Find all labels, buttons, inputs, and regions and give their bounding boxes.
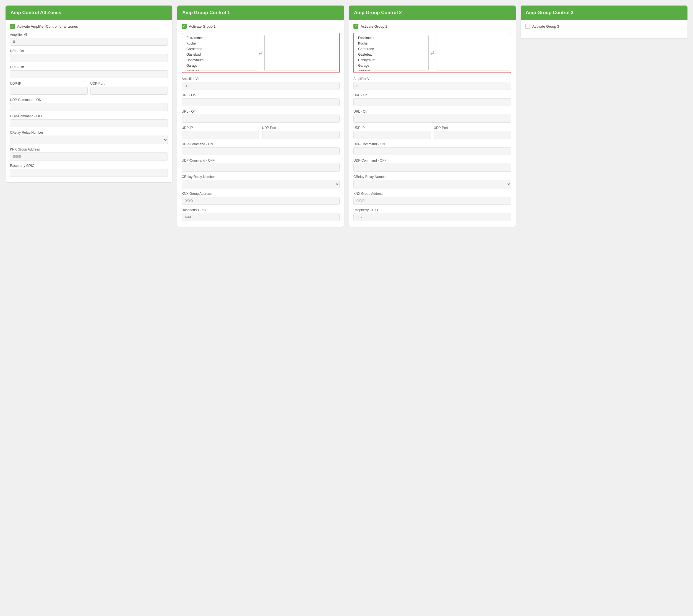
activate-checkbox-group1[interactable]: ✓ <box>182 24 187 29</box>
select-crelay-g2[interactable] <box>353 180 511 189</box>
label-udp-cmd-on-g2: UDP-Command - ON <box>353 142 511 146</box>
input-url-on-g2[interactable] <box>353 98 511 106</box>
label-udp-cmd-on-g1: UDP-Command - ON <box>182 142 340 146</box>
label-udp-port-g1: UDP-Port <box>262 126 340 130</box>
input-gpio-allzones[interactable] <box>10 169 168 177</box>
zone-list-item[interactable]: Garage <box>356 63 428 69</box>
input-url-on-g1[interactable] <box>182 98 340 106</box>
transfer-icon-group2[interactable]: ⇄ <box>430 50 434 56</box>
input-url-off-allzones[interactable] <box>10 70 168 78</box>
input-udp-port-allzones[interactable] <box>91 86 168 95</box>
zone-list-item[interactable]: Gästebad <box>356 52 428 57</box>
activate-row-all-zones: ✓Activate Amplifier-Control for all zone… <box>10 24 168 29</box>
zone-list-left-group2[interactable]: EsszimmerKücheGarderobeGästebadHobbyraum… <box>356 35 429 71</box>
activate-row-group3: Activate Group 3 <box>525 24 683 29</box>
label-udp-ip-g1: UDP-IP <box>182 126 259 130</box>
input-udp-cmd-on-allzones[interactable] <box>10 103 168 111</box>
input-knx-g1[interactable] <box>182 197 340 205</box>
input-url-off-g2[interactable] <box>353 115 511 122</box>
label-url-on-g2: URL - On <box>353 93 511 97</box>
label-gpio-g2: Raspberry GPIO <box>353 208 511 212</box>
label-url-off-allzones: URL - Off <box>10 65 168 69</box>
activate-checkbox-all-zones[interactable]: ✓ <box>10 24 15 29</box>
input-udp-cmd-on-g2[interactable] <box>353 147 511 155</box>
label-url-on-g1: URL - On <box>182 93 340 97</box>
input-udp-cmd-off-g1[interactable] <box>182 163 340 172</box>
select-crelay-allzones[interactable] <box>10 136 168 144</box>
panel-all-zones: Amp Control All Zones✓Activate Amplifier… <box>5 5 172 182</box>
zone-list-item[interactable]: Garderobe <box>356 46 428 52</box>
input-knx-allzones[interactable] <box>10 153 168 160</box>
row-pair-udp-ip-allzones: UDP-IPUDP-Port <box>10 78 168 95</box>
panel-header-group3: Amp Group Control 3 <box>521 5 688 20</box>
label-udp-port-allzones: UDP-Port <box>91 82 168 85</box>
label-amp-vi-g2: Amplifier VI <box>353 77 511 81</box>
activate-row-group1: ✓Activate Group 1 <box>182 24 340 29</box>
label-crelay-g2: CRelay Relay-Number <box>353 175 511 179</box>
select-crelay-g1[interactable] <box>182 180 340 189</box>
input-udp-ip-g1[interactable] <box>182 131 259 139</box>
activate-label-group3: Activate Group 3 <box>532 24 559 28</box>
input-udp-cmd-on-g1[interactable] <box>182 147 340 155</box>
zone-list-item[interactable]: Garderobe <box>184 46 257 52</box>
activate-row-group2: ✓Activate Group 2 <box>353 24 511 29</box>
zone-list-item[interactable]: Esszimmer <box>356 35 428 41</box>
label-knx-g1: KNX Group Address <box>182 192 340 196</box>
input-knx-g2[interactable] <box>353 197 511 205</box>
label-url-on-allzones: URL - On <box>10 49 168 53</box>
input-url-on-allzones[interactable] <box>10 54 168 62</box>
label-url-off-g1: URL - Off <box>182 110 340 113</box>
zone-selector-group2: EsszimmerKücheGarderobeGästebadHobbyraum… <box>353 33 511 73</box>
input-gpio-g2[interactable] <box>353 213 511 221</box>
label-amp-vi-allzones: Amplifier VI <box>10 33 168 37</box>
input-udp-cmd-off-allzones[interactable] <box>10 119 168 127</box>
input-url-off-g1[interactable] <box>182 115 340 122</box>
label-crelay-allzones: CRelay Relay-Number <box>10 131 168 134</box>
activate-label-group2: Activate Group 2 <box>361 24 388 28</box>
input-udp-ip-allzones[interactable] <box>10 86 88 95</box>
row-pair-udp-ip-g1: UDP-IPUDP-Port <box>182 122 340 139</box>
label-knx-allzones: KNX Group Address <box>10 148 168 151</box>
label-udp-port-g2: UDP-Port <box>434 126 512 130</box>
panel-group2: Amp Group Control 2✓Activate Group 2Essz… <box>349 5 516 227</box>
zone-list-right-group1[interactable] <box>264 35 337 71</box>
label-crelay-g1: CRelay Relay-Number <box>182 175 340 179</box>
panel-body-all-zones: ✓Activate Amplifier-Control for all zone… <box>5 20 172 182</box>
input-amp-vi-g1[interactable] <box>182 82 340 90</box>
input-udp-port-g1[interactable] <box>262 131 340 139</box>
panel-group1: Amp Group Control 1✓Activate Group 1Essz… <box>177 5 344 227</box>
zone-list-item[interactable]: Küche <box>356 41 428 46</box>
label-udp-cmd-on-allzones: UDP-Command - ON <box>10 98 168 102</box>
input-udp-ip-g2[interactable] <box>353 131 431 139</box>
activate-checkbox-group3[interactable] <box>525 24 530 29</box>
zone-list-item[interactable]: Küche <box>184 41 257 46</box>
zone-list-item[interactable]: Hobbyraum <box>356 57 428 63</box>
zone-list-item[interactable]: Hobbyraum <box>184 57 257 63</box>
panel-body-group3: Activate Group 3 <box>521 20 688 38</box>
input-amp-vi-g2[interactable] <box>353 82 511 90</box>
input-udp-port-g2[interactable] <box>434 131 512 139</box>
activate-label-group1: Activate Group 1 <box>189 24 216 28</box>
panel-group3: Amp Group Control 3Activate Group 3 <box>521 5 688 38</box>
label-udp-cmd-off-g1: UDP-Command - OFF <box>182 158 340 162</box>
zone-list-left-group1[interactable]: EsszimmerKücheGarderobeGästebadHobbyraum… <box>184 35 257 71</box>
zone-list-item[interactable]: Gästebad <box>184 52 257 57</box>
zone-list-item[interactable]: Ankleide <box>356 69 428 71</box>
input-udp-cmd-off-g2[interactable] <box>353 163 511 172</box>
label-udp-cmd-off-allzones: UDP-Command - OFF <box>10 114 168 118</box>
zone-list-right-group2[interactable] <box>436 35 509 71</box>
panel-body-group1: ✓Activate Group 1EsszimmerKücheGarderobe… <box>177 20 344 227</box>
label-gpio-allzones: Raspberry GPIO <box>10 164 168 168</box>
input-amp-vi-allzones[interactable] <box>10 38 168 46</box>
input-gpio-g1[interactable] <box>182 213 340 221</box>
zone-list-item[interactable]: Esszimmer <box>184 35 257 41</box>
zone-selector-group1: EsszimmerKücheGarderobeGästebadHobbyraum… <box>182 33 340 73</box>
zone-list-item[interactable]: Garage <box>184 63 257 69</box>
panel-header-group1: Amp Group Control 1 <box>177 5 344 20</box>
transfer-icon-group1[interactable]: ⇄ <box>259 50 263 56</box>
row-pair-udp-ip-g2: UDP-IPUDP-Port <box>353 122 511 139</box>
zone-list-item[interactable]: Ankleide <box>184 69 257 71</box>
activate-checkbox-group2[interactable]: ✓ <box>353 24 358 29</box>
panel-header-group2: Amp Group Control 2 <box>349 5 516 20</box>
label-udp-ip-allzones: UDP-IP <box>10 82 88 85</box>
